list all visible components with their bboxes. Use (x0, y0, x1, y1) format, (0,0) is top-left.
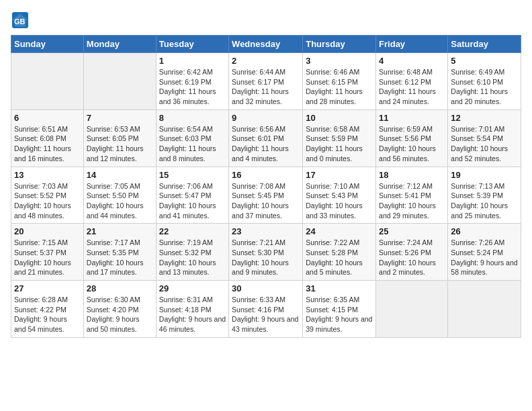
day-number: 11 (379, 113, 445, 123)
day-number: 15 (159, 170, 226, 180)
day-info: Sunrise: 6:59 AMSunset: 5:56 PMDaylight:… (379, 124, 445, 164)
calendar-cell: 15Sunrise: 7:06 AMSunset: 5:47 PMDayligh… (156, 167, 228, 224)
day-number: 31 (306, 283, 373, 293)
calendar-cell: 29Sunrise: 6:31 AMSunset: 4:18 PMDayligh… (156, 281, 228, 338)
day-number: 4 (379, 56, 445, 66)
day-number: 26 (451, 226, 518, 236)
week-row-4: 20Sunrise: 7:15 AMSunset: 5:37 PMDayligh… (11, 224, 521, 281)
header: GB (11, 11, 521, 30)
day-info: Sunrise: 7:17 AMSunset: 5:35 PMDaylight:… (87, 238, 153, 277)
calendar-cell (376, 281, 448, 338)
day-number: 25 (379, 226, 445, 236)
day-info: Sunrise: 6:30 AMSunset: 4:20 PMDaylight:… (87, 295, 153, 334)
day-info: Sunrise: 6:49 AMSunset: 6:10 PMDaylight:… (451, 67, 518, 107)
day-info: Sunrise: 7:05 AMSunset: 5:50 PMDaylight:… (87, 181, 153, 221)
weekday-header-thursday: Thursday (303, 36, 376, 53)
calendar-cell: 31Sunrise: 6:35 AMSunset: 4:15 PMDayligh… (303, 281, 376, 338)
day-number: 16 (232, 170, 300, 180)
week-row-2: 6Sunrise: 6:51 AMSunset: 6:08 PMDaylight… (11, 109, 521, 167)
week-row-3: 13Sunrise: 7:03 AMSunset: 5:52 PMDayligh… (11, 167, 521, 224)
day-number: 12 (451, 113, 518, 123)
calendar-cell: 18Sunrise: 7:12 AMSunset: 5:41 PMDayligh… (376, 167, 448, 224)
calendar-cell: 6Sunrise: 6:51 AMSunset: 6:08 PMDaylight… (11, 109, 84, 167)
day-info: Sunrise: 6:48 AMSunset: 6:12 PMDaylight:… (379, 67, 445, 107)
day-info: Sunrise: 7:12 AMSunset: 5:41 PMDaylight:… (379, 181, 445, 221)
day-number: 29 (159, 283, 226, 293)
day-number: 1 (159, 56, 226, 66)
day-info: Sunrise: 7:15 AMSunset: 5:37 PMDaylight:… (14, 238, 81, 277)
week-row-5: 27Sunrise: 6:28 AMSunset: 4:22 PMDayligh… (11, 281, 521, 338)
day-number: 10 (306, 113, 373, 123)
svg-text:GB: GB (14, 17, 26, 26)
calendar-cell: 12Sunrise: 7:01 AMSunset: 5:54 PMDayligh… (448, 109, 521, 167)
day-info: Sunrise: 7:22 AMSunset: 5:28 PMDaylight:… (306, 238, 373, 277)
day-info: Sunrise: 6:28 AMSunset: 4:22 PMDaylight:… (14, 295, 81, 334)
calendar-cell: 5Sunrise: 6:49 AMSunset: 6:10 PMDaylight… (448, 53, 521, 110)
week-row-1: 1Sunrise: 6:42 AMSunset: 6:19 PMDaylight… (11, 53, 521, 110)
calendar-cell: 25Sunrise: 7:24 AMSunset: 5:26 PMDayligh… (376, 224, 448, 281)
day-info: Sunrise: 7:24 AMSunset: 5:26 PMDaylight:… (379, 238, 445, 277)
calendar-cell: 3Sunrise: 6:46 AMSunset: 6:15 PMDaylight… (303, 53, 376, 110)
calendar-cell: 17Sunrise: 7:10 AMSunset: 5:43 PMDayligh… (303, 167, 376, 224)
calendar-cell (11, 53, 84, 110)
day-number: 28 (87, 283, 153, 293)
calendar-cell: 24Sunrise: 7:22 AMSunset: 5:28 PMDayligh… (303, 224, 376, 281)
calendar-cell: 27Sunrise: 6:28 AMSunset: 4:22 PMDayligh… (11, 281, 84, 338)
day-number: 19 (451, 170, 518, 180)
day-number: 8 (159, 113, 226, 123)
day-info: Sunrise: 7:13 AMSunset: 5:39 PMDaylight:… (451, 181, 518, 221)
weekday-header-tuesday: Tuesday (156, 36, 228, 53)
day-number: 6 (14, 113, 81, 123)
calendar-cell: 16Sunrise: 7:08 AMSunset: 5:45 PMDayligh… (229, 167, 303, 224)
day-number: 24 (306, 226, 373, 236)
logo: GB (11, 11, 34, 30)
day-info: Sunrise: 7:10 AMSunset: 5:43 PMDaylight:… (306, 181, 373, 221)
calendar-cell: 22Sunrise: 7:19 AMSunset: 5:32 PMDayligh… (156, 224, 228, 281)
day-info: Sunrise: 7:08 AMSunset: 5:45 PMDaylight:… (232, 181, 300, 221)
calendar-cell: 9Sunrise: 6:56 AMSunset: 6:01 PMDaylight… (229, 109, 303, 167)
weekday-header-monday: Monday (83, 36, 156, 53)
weekday-header-sunday: Sunday (11, 36, 84, 53)
calendar-cell: 23Sunrise: 7:21 AMSunset: 5:30 PMDayligh… (229, 224, 303, 281)
day-number: 20 (14, 226, 81, 236)
weekday-header-wednesday: Wednesday (229, 36, 303, 53)
day-number: 22 (159, 226, 226, 236)
calendar-cell: 21Sunrise: 7:17 AMSunset: 5:35 PMDayligh… (83, 224, 156, 281)
day-info: Sunrise: 7:03 AMSunset: 5:52 PMDaylight:… (14, 181, 81, 221)
day-number: 2 (232, 56, 300, 66)
day-info: Sunrise: 6:58 AMSunset: 5:59 PMDaylight:… (306, 124, 373, 164)
day-number: 9 (232, 113, 300, 123)
calendar-cell: 4Sunrise: 6:48 AMSunset: 6:12 PMDaylight… (376, 53, 448, 110)
day-number: 23 (232, 226, 300, 236)
weekday-header-row: SundayMondayTuesdayWednesdayThursdayFrid… (11, 36, 521, 53)
day-info: Sunrise: 6:53 AMSunset: 6:05 PMDaylight:… (87, 124, 153, 164)
day-number: 17 (306, 170, 373, 180)
day-info: Sunrise: 6:35 AMSunset: 4:15 PMDaylight:… (306, 295, 373, 334)
day-info: Sunrise: 6:31 AMSunset: 4:18 PMDaylight:… (159, 295, 226, 334)
day-info: Sunrise: 6:42 AMSunset: 6:19 PMDaylight:… (159, 67, 226, 107)
weekday-header-saturday: Saturday (448, 36, 521, 53)
day-number: 7 (87, 113, 153, 123)
calendar-cell: 14Sunrise: 7:05 AMSunset: 5:50 PMDayligh… (83, 167, 156, 224)
day-number: 5 (451, 56, 518, 66)
day-info: Sunrise: 6:56 AMSunset: 6:01 PMDaylight:… (232, 124, 300, 164)
calendar-cell: 11Sunrise: 6:59 AMSunset: 5:56 PMDayligh… (376, 109, 448, 167)
day-info: Sunrise: 7:06 AMSunset: 5:47 PMDaylight:… (159, 181, 226, 221)
day-number: 30 (232, 283, 300, 293)
calendar-cell (448, 281, 521, 338)
day-number: 21 (87, 226, 153, 236)
day-info: Sunrise: 7:26 AMSunset: 5:24 PMDaylight:… (451, 238, 518, 277)
calendar-cell: 2Sunrise: 6:44 AMSunset: 6:17 PMDaylight… (229, 53, 303, 110)
calendar-cell: 13Sunrise: 7:03 AMSunset: 5:52 PMDayligh… (11, 167, 84, 224)
day-info: Sunrise: 6:46 AMSunset: 6:15 PMDaylight:… (306, 67, 373, 107)
calendar-cell: 26Sunrise: 7:26 AMSunset: 5:24 PMDayligh… (448, 224, 521, 281)
day-info: Sunrise: 7:21 AMSunset: 5:30 PMDaylight:… (232, 238, 300, 277)
calendar-cell: 1Sunrise: 6:42 AMSunset: 6:19 PMDaylight… (156, 53, 228, 110)
day-number: 18 (379, 170, 445, 180)
day-number: 3 (306, 56, 373, 66)
calendar-cell: 10Sunrise: 6:58 AMSunset: 5:59 PMDayligh… (303, 109, 376, 167)
day-info: Sunrise: 6:44 AMSunset: 6:17 PMDaylight:… (232, 67, 300, 107)
day-info: Sunrise: 6:51 AMSunset: 6:08 PMDaylight:… (14, 124, 81, 164)
calendar-cell: 8Sunrise: 6:54 AMSunset: 6:03 PMDaylight… (156, 109, 228, 167)
day-info: Sunrise: 6:33 AMSunset: 4:16 PMDaylight:… (232, 295, 300, 334)
